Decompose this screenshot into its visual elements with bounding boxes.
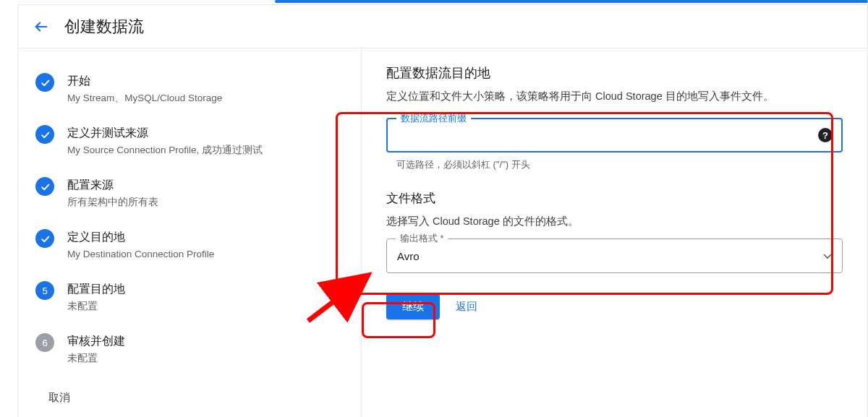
path-prefix-field: 数据流路径前缀 ? 可选路径，必须以斜杠 ("/") 开头 <box>386 118 843 171</box>
page-header: 创建数据流 <box>18 5 867 48</box>
step-define-source[interactable]: 定义并测试来源 My Source Connection Profile, 成功… <box>35 115 344 167</box>
browser-top-accent <box>275 0 868 3</box>
step-define-destination[interactable]: 定义目的地 My Destination Connection Profile <box>35 219 344 271</box>
step-title: 开始 <box>67 73 222 89</box>
step-number-badge: 5 <box>35 281 54 300</box>
step-number-badge: 6 <box>35 333 54 352</box>
help-icon[interactable]: ? <box>818 128 833 142</box>
check-icon <box>35 73 54 92</box>
step-sub: 未配置 <box>67 300 125 313</box>
step-title: 审核并创建 <box>67 333 125 349</box>
continue-button[interactable]: 继续 <box>386 293 440 319</box>
cancel-button[interactable]: 取消 <box>48 391 70 405</box>
select-value: Avro <box>397 250 420 262</box>
section-title: 配置数据流目的地 <box>386 64 843 82</box>
check-icon <box>35 229 54 248</box>
step-sub: 未配置 <box>67 352 125 365</box>
chevron-down-icon <box>823 249 832 262</box>
step-title: 定义并测试来源 <box>67 125 263 141</box>
file-format-section: 文件格式 选择写入 Cloud Storage 的文件的格式。 输出格式 * A… <box>386 190 843 273</box>
step-start[interactable]: 开始 My Stream、MySQL/Cloud Storage <box>35 63 344 115</box>
step-review-create[interactable]: 6 审核并创建 未配置 <box>35 323 344 375</box>
step-title: 配置来源 <box>67 177 158 193</box>
section-desc: 定义位置和文件大小策略，该策略将用于向 Cloud Storage 目的地写入事… <box>386 89 843 103</box>
step-title: 配置目的地 <box>67 281 125 297</box>
step-title: 定义目的地 <box>67 229 214 245</box>
field-label: 数据流路径前缀 <box>396 113 471 125</box>
check-icon <box>35 125 54 144</box>
app-root: 创建数据流 开始 My Stream、MySQL/Cloud Storage <box>0 0 868 417</box>
output-format-field: 输出格式 * Avro <box>386 238 843 273</box>
stepper-pane: 开始 My Stream、MySQL/Cloud Storage 定义并测试来源… <box>18 48 362 417</box>
path-prefix-input-wrap: 数据流路径前缀 ? <box>386 118 843 152</box>
back-button[interactable]: 返回 <box>456 300 477 314</box>
stepper: 开始 My Stream、MySQL/Cloud Storage 定义并测试来源… <box>35 63 344 375</box>
helper-text: 可选路径，必须以斜杠 ("/") 开头 <box>396 158 843 171</box>
step-configure-destination[interactable]: 5 配置目的地 未配置 <box>35 271 344 323</box>
form-pane: 配置数据流目的地 定义位置和文件大小策略，该策略将用于向 Cloud Stora… <box>362 48 867 417</box>
output-format-select[interactable]: 输出格式 * Avro <box>386 238 843 273</box>
subsection-desc: 选择写入 Cloud Storage 的文件的格式。 <box>386 214 843 228</box>
step-sub: My Source Connection Profile, 成功通过测试 <box>67 144 263 157</box>
step-sub: My Stream、MySQL/Cloud Storage <box>67 92 222 105</box>
body: 开始 My Stream、MySQL/Cloud Storage 定义并测试来源… <box>18 48 867 417</box>
step-sub: My Destination Connection Profile <box>67 248 214 261</box>
step-sub: 所有架构中的所有表 <box>67 196 158 209</box>
button-row: 继续 返回 <box>386 293 843 319</box>
page-card: 创建数据流 开始 My Stream、MySQL/Cloud Storage <box>17 4 868 417</box>
field-label: 输出格式 * <box>396 233 448 245</box>
subsection-title: 文件格式 <box>386 190 843 207</box>
step-configure-source[interactable]: 配置来源 所有架构中的所有表 <box>35 167 344 219</box>
check-icon <box>35 177 54 196</box>
back-arrow-icon[interactable] <box>33 18 50 35</box>
page-title: 创建数据流 <box>64 16 144 38</box>
